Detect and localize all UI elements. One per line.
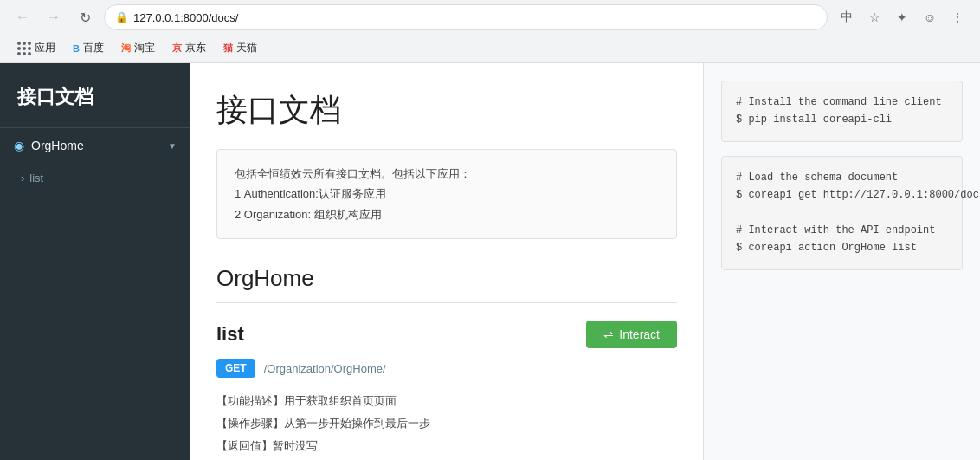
profile-icon[interactable]: ☺ <box>918 5 942 29</box>
sidebar-item-list[interactable]: › list <box>0 163 190 193</box>
bookmark-apps[interactable]: 应用 <box>10 38 62 58</box>
install-code-block: # Install the command line client $ pip … <box>721 81 963 142</box>
back-button[interactable]: ← <box>10 5 35 29</box>
desc-line-2: 【操作步骤】从第一步开始操作到最后一步 <box>216 412 677 435</box>
bookmark-baidu-label: 百度 <box>83 41 104 55</box>
bookmark-jd-label: 京东 <box>185 41 206 55</box>
endpoint-section: list ⇌ Interact GET /Organization/OrgHom… <box>216 321 677 457</box>
chevron-down-icon: ▼ <box>168 141 177 151</box>
endpoint-url: GET /Organization/OrgHome/ <box>216 359 677 378</box>
menu-icon[interactable]: ⋮ <box>945 5 970 29</box>
sidebar-item-orghome[interactable]: ◉ OrgHome ▼ <box>0 128 190 163</box>
url-text: /Organization/OrgHome/ <box>264 362 386 375</box>
url-text: 127.0.0.1:8000/docs/ <box>133 11 238 24</box>
forward-button[interactable]: → <box>42 5 66 29</box>
endpoint-title: list <box>216 323 244 346</box>
jd-icon: 京 <box>172 42 182 55</box>
address-bar[interactable]: 🔒 127.0.0.1:8000/docs/ <box>104 4 828 30</box>
endpoint-desc: 【功能描述】用于获取组织首页页面 【操作步骤】从第一步开始操作到最后一步 【返回… <box>216 390 677 457</box>
extension-icon[interactable]: ✦ <box>890 5 914 29</box>
method-badge: GET <box>216 359 255 378</box>
list-prefix-icon: › <box>21 172 24 185</box>
bookmark-tmall-label: 天猫 <box>236 41 257 55</box>
bookmark-tmall[interactable]: 猫 天猫 <box>216 38 264 58</box>
apps-icon <box>17 42 31 55</box>
interact-button[interactable]: ⇌ Interact <box>586 321 677 348</box>
description-text: 包括全恒绩效云所有接口文档。包括以下应用：1 Authentication:认证… <box>235 167 471 221</box>
page-title: 接口文档 <box>216 89 677 132</box>
taobao-icon: 淘 <box>121 42 131 55</box>
endpoint-header: list ⇌ Interact <box>216 321 677 348</box>
orghome-icon: ◉ <box>14 139 24 152</box>
content-main: 接口文档 包括全恒绩效云所有接口文档。包括以下应用：1 Authenticati… <box>190 63 703 460</box>
bookmark-taobao-label: 淘宝 <box>134 41 155 55</box>
section-title: OrgHome <box>216 265 677 303</box>
browser-chrome: ← → ↻ 🔒 127.0.0.1:8000/docs/ 中 ☆ ✦ ☺ ⋮ 应… <box>0 0 980 63</box>
main-area: 接口文档 ◉ OrgHome ▼ › list 接口文档 包括全恒绩效云所有接口… <box>0 63 980 460</box>
bookmarks-bar: 应用 B 百度 淘 淘宝 京 京东 猫 天猫 <box>0 35 980 62</box>
bookmark-taobao[interactable]: 淘 淘宝 <box>114 38 162 58</box>
refresh-button[interactable]: ↻ <box>73 5 97 29</box>
lock-icon: 🔒 <box>115 11 128 23</box>
desc-line-3: 【返回值】暂时没写 <box>216 435 677 457</box>
toolbar-icons: 中 ☆ ✦ ☺ ⋮ <box>835 5 970 29</box>
bookmark-baidu[interactable]: B 百度 <box>66 38 111 58</box>
bookmark-icon[interactable]: ☆ <box>862 5 887 29</box>
desc-line-1: 【功能描述】用于获取组织首页页面 <box>216 390 677 412</box>
sidebar-orghome-label: OrgHome <box>31 139 161 152</box>
description-box: 包括全恒绩效云所有接口文档。包括以下应用：1 Authentication:认证… <box>216 149 677 239</box>
nav-bar: ← → ↻ 🔒 127.0.0.1:8000/docs/ 中 ☆ ✦ ☺ ⋮ <box>0 0 980 35</box>
content-area: 接口文档 包括全恒绩效云所有接口文档。包括以下应用：1 Authenticati… <box>190 63 980 460</box>
bookmark-jd[interactable]: 京 京东 <box>165 38 213 58</box>
tmall-icon: 猫 <box>223 42 233 55</box>
baidu-icon: B <box>73 43 80 54</box>
sidebar-list-label: list <box>29 172 43 185</box>
interact-icon: ⇌ <box>603 327 614 341</box>
sidebar: 接口文档 ◉ OrgHome ▼ › list <box>0 63 190 460</box>
right-panel: # Install the command line client $ pip … <box>703 63 980 460</box>
sidebar-title: 接口文档 <box>0 63 190 128</box>
translate-icon[interactable]: 中 <box>835 5 859 29</box>
usage-code-block: # Load the schema document $ coreapi get… <box>721 156 963 270</box>
interact-label: Interact <box>619 327 660 341</box>
bookmark-apps-label: 应用 <box>35 41 55 55</box>
